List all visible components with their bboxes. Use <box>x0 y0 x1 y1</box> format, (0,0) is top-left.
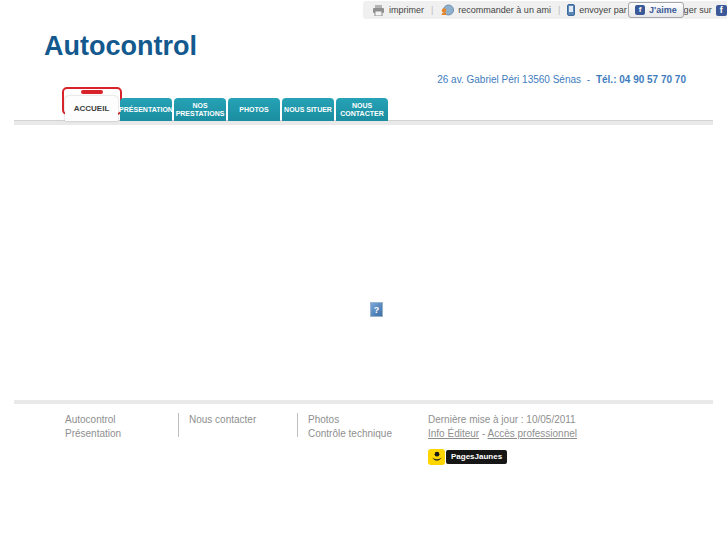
print-label: imprimer <box>389 5 424 15</box>
footer-column-divider <box>297 413 298 437</box>
address-separator: - <box>587 74 590 85</box>
acces-professionnel-link[interactable]: Accès professionnel <box>488 428 578 439</box>
print-button[interactable]: imprimer <box>372 5 424 16</box>
footer-link-presentation[interactable]: Présentation <box>65 427 121 441</box>
footer-link-autocontrol[interactable]: Autocontrol <box>65 413 121 427</box>
pagesjaunes-label: PagesJaunes <box>446 450 507 464</box>
phone-number: Tél.: 04 90 57 70 70 <box>596 74 686 85</box>
smiley-icon <box>428 449 445 465</box>
editor-links-separator: - <box>482 428 485 439</box>
pagesjaunes-logo[interactable]: PagesJaunes <box>428 449 507 465</box>
editor-links-row: Info Éditeur - Accès professionnel <box>428 427 577 441</box>
tab-presentation[interactable]: PRÉSENTATION <box>120 98 172 121</box>
mobile-phone-icon <box>567 4 575 16</box>
facebook-icon: f <box>635 5 645 15</box>
footer-divider <box>14 400 713 404</box>
footer-link-nous-contacter[interactable]: Nous contacter <box>189 413 256 427</box>
recommend-button[interactable]: recommander à un ami <box>440 4 551 16</box>
red-logo-emblem <box>81 90 103 94</box>
broken-image-placeholder: ? <box>370 302 383 317</box>
like-label: J'aime <box>649 5 677 15</box>
footer-link-photos[interactable]: Photos <box>308 413 392 427</box>
tab-nous-contacter[interactable]: NOUS CONTACTER <box>336 98 388 121</box>
last-update-text: Dernière mise à jour : 10/05/2011 <box>428 413 577 427</box>
toolbar-divider: | <box>558 5 560 15</box>
tab-photos[interactable]: PHOTOS <box>228 98 280 121</box>
facebook-like-button[interactable]: f J'aime <box>628 2 684 18</box>
footer-column-3: Photos Contrôle technique <box>308 413 392 441</box>
main-nav: ACCUEIL PRÉSENTATION NOS PRESTATIONS PHO… <box>65 96 390 121</box>
footer-column-4: Dernière mise à jour : 10/05/2011 Info É… <box>428 413 577 441</box>
info-editeur-link[interactable]: Info Éditeur <box>428 428 479 439</box>
footer-column-2: Nous contacter <box>189 413 256 427</box>
tab-nous-situer[interactable]: NOUS SITUER <box>282 98 334 121</box>
street-address: 26 av. Gabriel Péri 13560 Sénas <box>437 74 581 85</box>
printer-icon <box>372 5 385 16</box>
facebook-share-icon[interactable]: f <box>716 5 727 16</box>
page: imprimer | recommander à un ami | <box>0 0 727 545</box>
footer-column-1: Autocontrol Présentation <box>65 413 121 441</box>
toolbar-divider: | <box>431 5 433 15</box>
footer-column-divider <box>178 413 179 437</box>
tab-accueil[interactable]: ACCUEIL <box>65 96 118 121</box>
footer-link-controle-technique[interactable]: Contrôle technique <box>308 427 392 441</box>
recommend-label: recommander à un ami <box>458 5 551 15</box>
site-logo-title[interactable]: Autocontrol <box>44 31 197 62</box>
tab-nos-prestations[interactable]: NOS PRESTATIONS <box>174 98 226 121</box>
recommend-friend-icon <box>440 4 454 16</box>
address-line: 26 av. Gabriel Péri 13560 Sénas - Tél.: … <box>437 74 686 85</box>
